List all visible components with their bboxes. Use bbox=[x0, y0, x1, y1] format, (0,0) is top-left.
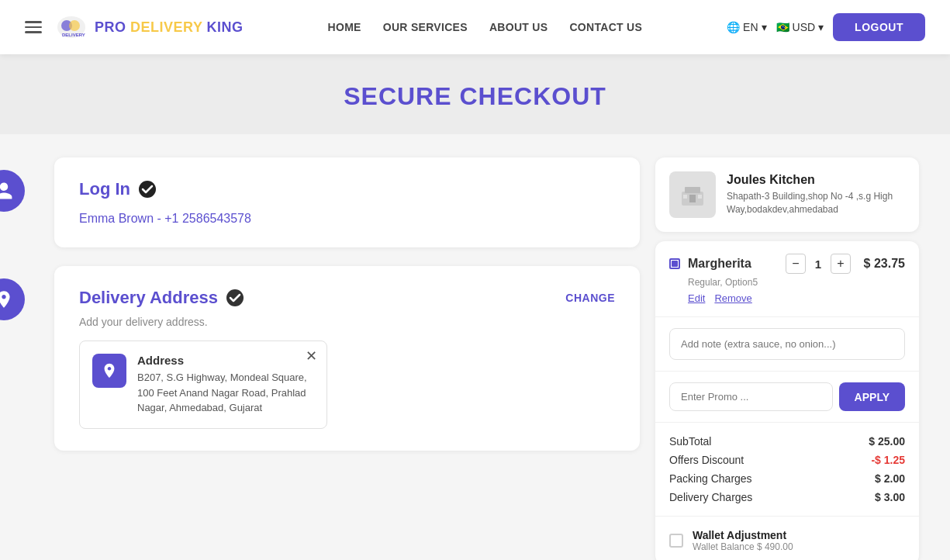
item-radio bbox=[669, 258, 680, 269]
packing-row: Packing Charges $ 2.00 bbox=[669, 472, 905, 485]
subtotal-label: SubTotal bbox=[669, 435, 711, 448]
item-name: Margherita bbox=[688, 257, 778, 271]
address-popup: Address B207, S.G Highway, Mondeal Squar… bbox=[79, 340, 327, 429]
page-title: SECURE CHECKOUT bbox=[0, 82, 950, 111]
decrease-qty-button[interactable]: − bbox=[786, 254, 806, 274]
nav-our-services[interactable]: OUR SERVICES bbox=[383, 21, 468, 33]
wallet-info: Wallet Adjustment Wallet Balance $ 490.0… bbox=[693, 529, 793, 552]
svg-point-4 bbox=[139, 181, 156, 198]
logout-button[interactable]: LOGOUT bbox=[833, 13, 925, 41]
note-section bbox=[655, 317, 919, 372]
promo-input[interactable] bbox=[669, 382, 833, 411]
remove-item-button[interactable]: Remove bbox=[714, 292, 751, 304]
svg-rect-7 bbox=[685, 187, 700, 193]
svg-rect-9 bbox=[683, 195, 687, 199]
address-location-icon bbox=[101, 362, 118, 379]
subtotal-value: $ 25.00 bbox=[869, 435, 905, 448]
wallet-title: Wallet Adjustment bbox=[693, 529, 793, 541]
delivery-charges-label: Delivery Charges bbox=[669, 491, 752, 503]
delivery-charges-value: $ 3.00 bbox=[875, 491, 905, 503]
logo-icon: DELIVERY bbox=[54, 10, 88, 44]
change-address-button[interactable]: CHANGE bbox=[565, 292, 615, 304]
delivery-header: Delivery Address CHANGE bbox=[79, 288, 615, 308]
apply-promo-button[interactable]: APPLY bbox=[839, 382, 905, 411]
delivery-card: Delivery Address CHANGE Add your deliver… bbox=[54, 266, 640, 451]
logo-delivery: DELIVERY bbox=[130, 19, 202, 35]
svg-point-2 bbox=[69, 20, 80, 31]
svg-rect-8 bbox=[689, 195, 696, 202]
nav: HOME OUR SERVICES ABOUT US CONTACT US bbox=[328, 21, 643, 33]
header-right: 🌐 EN ▾ 🇧🇷 USD ▾ LOGOUT bbox=[727, 13, 925, 41]
order-panel: Margherita − 1 + $ 23.75 Regular, Option… bbox=[655, 241, 919, 560]
address-text: B207, S.G Highway, Mondeal Square, 100 F… bbox=[137, 370, 314, 416]
delivery-row: Delivery Charges $ 3.00 bbox=[669, 491, 905, 503]
header-left: DELIVERY PRO DELIVERY KING bbox=[25, 10, 244, 44]
main-layout: Log In Emma Brown - +1 2586543578 bbox=[0, 134, 950, 560]
nav-home[interactable]: HOME bbox=[328, 21, 361, 33]
delivery-section: Delivery Address CHANGE Add your deliver… bbox=[31, 266, 640, 451]
currency-selector[interactable]: 🇧🇷 USD ▾ bbox=[776, 21, 824, 33]
packing-label: Packing Charges bbox=[669, 472, 752, 485]
address-popup-icon bbox=[92, 354, 126, 388]
item-qty-controls: − 1 + bbox=[786, 254, 851, 274]
discount-label: Offers Discount bbox=[669, 454, 744, 466]
delivery-check-icon bbox=[226, 289, 244, 307]
item-price: $ 23.75 bbox=[858, 257, 905, 271]
hamburger-menu[interactable] bbox=[25, 21, 42, 33]
note-input[interactable] bbox=[669, 328, 905, 360]
svg-rect-10 bbox=[698, 195, 702, 199]
logo-text: PRO DELIVERY KING bbox=[95, 19, 244, 36]
login-check-icon bbox=[138, 180, 157, 199]
order-item: Margherita − 1 + $ 23.75 Regular, Option… bbox=[655, 241, 919, 317]
restaurant-info: Joules Kitchen Shapath-3 Building,shop N… bbox=[727, 173, 905, 216]
restaurant-address: Shapath-3 Building,shop No -4 ,s.g High … bbox=[727, 190, 905, 216]
svg-point-5 bbox=[226, 289, 244, 306]
logo: DELIVERY PRO DELIVERY KING bbox=[54, 10, 244, 44]
login-card: Log In Emma Brown - +1 2586543578 bbox=[54, 157, 640, 247]
right-panel: Joules Kitchen Shapath-3 Building,shop N… bbox=[655, 157, 919, 560]
discount-row: Offers Discount -$ 1.25 bbox=[669, 454, 905, 466]
logo-pro: PRO bbox=[95, 19, 126, 35]
increase-qty-button[interactable]: + bbox=[831, 254, 851, 274]
logo-king: KING bbox=[207, 19, 244, 35]
login-title: Log In bbox=[79, 179, 615, 199]
totals-section: SubTotal $ 25.00 Offers Discount -$ 1.25… bbox=[655, 423, 919, 517]
wallet-balance: Wallet Balance $ 490.00 bbox=[693, 541, 793, 552]
svg-text:DELIVERY: DELIVERY bbox=[62, 33, 85, 37]
location-icon bbox=[0, 289, 14, 309]
item-quantity: 1 bbox=[812, 258, 824, 271]
subtotal-row: SubTotal $ 25.00 bbox=[669, 435, 905, 448]
wallet-section: Wallet Adjustment Wallet Balance $ 490.0… bbox=[655, 517, 919, 560]
address-popup-content: Address B207, S.G Highway, Mondeal Squar… bbox=[137, 354, 314, 416]
delivery-title: Delivery Address bbox=[79, 288, 244, 308]
login-section: Log In Emma Brown - +1 2586543578 bbox=[31, 157, 640, 247]
address-label: Address bbox=[137, 354, 314, 367]
packing-value: $ 2.00 bbox=[875, 472, 905, 485]
restaurant-card: Joules Kitchen Shapath-3 Building,shop N… bbox=[655, 157, 919, 232]
left-panel: Log In Emma Brown - +1 2586543578 bbox=[31, 157, 640, 451]
user-icon bbox=[0, 181, 14, 201]
login-step-icon bbox=[0, 170, 25, 212]
nav-about-us[interactable]: ABOUT US bbox=[489, 21, 548, 33]
user-info: Emma Brown - +1 2586543578 bbox=[79, 212, 615, 226]
edit-item-button[interactable]: Edit bbox=[688, 292, 705, 304]
nav-contact-us[interactable]: CONTACT US bbox=[569, 21, 642, 33]
delivery-step-icon bbox=[0, 278, 25, 320]
item-description: Regular, Option5 bbox=[688, 277, 905, 288]
restaurant-name: Joules Kitchen bbox=[727, 173, 905, 187]
promo-section: APPLY bbox=[655, 372, 919, 423]
order-item-row: Margherita − 1 + $ 23.75 bbox=[669, 254, 905, 274]
restaurant-image bbox=[669, 171, 716, 218]
header: DELIVERY PRO DELIVERY KING HOME OUR SERV… bbox=[0, 0, 950, 54]
item-actions: Edit Remove bbox=[688, 292, 905, 304]
wallet-checkbox[interactable] bbox=[669, 534, 683, 548]
restaurant-icon bbox=[679, 181, 706, 209]
language-selector[interactable]: 🌐 EN ▾ bbox=[727, 21, 766, 33]
close-address-button[interactable]: ✕ bbox=[306, 349, 317, 363]
add-address-text: Add your delivery address. bbox=[79, 316, 615, 328]
discount-value: -$ 1.25 bbox=[871, 454, 905, 466]
page-hero: SECURE CHECKOUT bbox=[0, 54, 950, 134]
